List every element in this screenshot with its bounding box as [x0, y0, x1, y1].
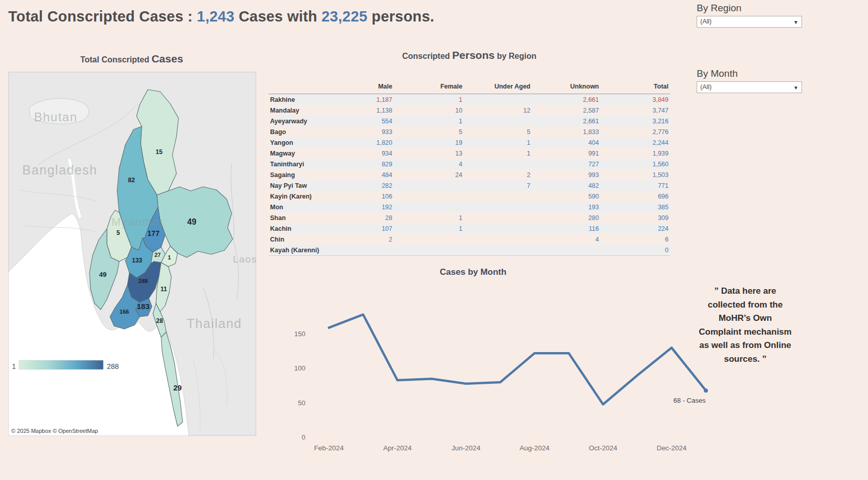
page-title: Total Conscripted Cases : 1,243 Cases wi… — [8, 8, 434, 25]
region-name-cell: Mon — [269, 202, 358, 212]
value-cell: 934 — [358, 148, 394, 159]
x-axis-tick-label: Jun-2024 — [452, 444, 481, 452]
table-row[interactable]: Yangon1,8201914042,244 — [269, 137, 670, 148]
value-cell: 554 — [358, 116, 394, 126]
choropleth-map: BhutanBangladeshLaosThailandMyanmar 1582… — [8, 72, 256, 436]
table-row[interactable]: Magway9341319911,939 — [269, 148, 670, 159]
cases-count: 1,243 — [197, 8, 235, 25]
table-row[interactable]: Kayin (Karen)106590696 — [269, 191, 670, 202]
table-row[interactable]: Nay Pyi Taw2827482771 — [269, 180, 670, 191]
table-row[interactable]: Mandalay1,13810122,5873,747 — [269, 105, 670, 116]
month-filter-dropdown[interactable]: (All) ▼ — [697, 81, 802, 93]
value-cell: 3,747 — [600, 105, 670, 116]
table-row[interactable]: Kachin1071116224 — [269, 223, 670, 234]
table-row[interactable]: Bago933551,8332,776 — [269, 126, 670, 137]
value-cell — [464, 159, 532, 169]
region-value-label: 15 — [155, 148, 163, 156]
legend-gradient-bar — [19, 360, 103, 369]
column-header-unknown[interactable]: Unknown — [532, 81, 600, 94]
table-header-row: Male Female Under Aged Unknown Total — [269, 81, 670, 94]
value-cell: 2 — [464, 169, 532, 180]
y-axis-tick-label: 50 — [298, 399, 305, 407]
value-cell: 1,833 — [532, 126, 600, 137]
value-cell — [464, 234, 532, 245]
cases-by-month-chart: 050100150Feb-2024Apr-2024Jun-2024Aug-202… — [271, 284, 731, 461]
month-filter-value: (All) — [700, 83, 711, 91]
value-cell: 282 — [358, 180, 394, 191]
region-table: Male Female Under Aged Unknown Total Rak… — [269, 81, 670, 256]
table-row[interactable]: Chin246 — [269, 234, 670, 245]
value-cell — [464, 212, 532, 223]
table-row[interactable]: Ayeyarwady55412,6613,216 — [269, 116, 670, 126]
value-cell: 12 — [464, 105, 532, 116]
value-cell: 2,661 — [532, 94, 600, 105]
region-name-cell: Shan — [269, 212, 358, 223]
region-value-label: 11 — [161, 286, 167, 293]
region-name-cell: Kayah (Karenni) — [269, 245, 358, 256]
value-cell: 19 — [394, 137, 464, 148]
region-name-cell: Sagaing — [269, 169, 358, 180]
table-row[interactable]: Kayah (Karenni)0 — [269, 245, 670, 256]
value-cell: 224 — [600, 223, 670, 234]
column-header-female[interactable]: Female — [394, 81, 464, 94]
value-cell: 2,244 — [600, 137, 670, 148]
value-cell: 1 — [394, 212, 464, 223]
value-cell — [464, 116, 532, 126]
table-panel-title: Conscripted Persons by Region — [269, 49, 670, 61]
legend-max: 288 — [107, 362, 119, 370]
region-name-cell: Yangon — [269, 137, 358, 148]
table-row[interactable]: Sagaing4842429931,503 — [269, 169, 670, 180]
region-value-label: 49 — [187, 217, 196, 226]
last-point-marker[interactable] — [704, 388, 708, 392]
y-axis-tick-label: 0 — [302, 433, 305, 441]
value-cell — [394, 245, 464, 256]
region-value-label: 288 — [139, 278, 148, 284]
region-name-cell: Ayeyarwady — [269, 116, 358, 126]
region-name-cell: Tanintharyi — [269, 159, 358, 169]
region-value-label: 27 — [154, 252, 161, 258]
column-header-underaged[interactable]: Under Aged — [464, 81, 532, 94]
by-region-label: By Region — [697, 3, 742, 14]
last-point-annotation: 68 - Cases — [674, 397, 706, 404]
table-row[interactable]: Rakhine1,18712,6613,849 — [269, 94, 670, 105]
column-header-male[interactable]: Male — [358, 81, 394, 94]
value-cell: 1,939 — [600, 148, 670, 159]
value-cell — [532, 245, 600, 256]
value-cell: 3,216 — [600, 116, 670, 126]
value-cell: 5 — [394, 126, 464, 137]
table-row[interactable]: Tanintharyi82947271,560 — [269, 159, 670, 169]
value-cell: 1,187 — [358, 94, 394, 105]
map-attribution[interactable]: © 2025 Mapbox © OpenStreetMap — [9, 426, 102, 435]
value-cell: 1 — [394, 116, 464, 126]
data-source-note: ” Data here are collected from the MoHR’… — [699, 285, 792, 366]
value-cell — [358, 245, 394, 256]
value-cell: 2 — [358, 234, 394, 245]
cases-line-series[interactable] — [329, 315, 706, 405]
column-header-region — [269, 81, 358, 94]
value-cell: 107 — [358, 223, 394, 234]
value-cell — [394, 180, 464, 191]
value-cell: 5 — [464, 126, 532, 137]
value-cell: 10 — [394, 105, 464, 116]
column-header-total[interactable]: Total — [600, 81, 670, 94]
value-cell: 1,820 — [358, 137, 394, 148]
table-row[interactable]: Shan281280309 — [269, 212, 670, 223]
value-cell — [464, 245, 532, 256]
region-name-cell: Mandalay — [269, 105, 358, 116]
map-panel-title: Total Conscripted Cases — [8, 53, 255, 65]
value-cell: 1 — [394, 94, 464, 105]
value-cell: 933 — [358, 126, 394, 137]
x-axis-tick-label: Feb-2024 — [314, 444, 344, 452]
legend-min: 1 — [12, 362, 16, 370]
value-cell — [464, 191, 532, 202]
chevron-down-icon[interactable]: ▼ — [793, 17, 798, 28]
value-cell: 696 — [600, 191, 670, 202]
region-filter-dropdown[interactable]: (All) ▼ — [697, 16, 802, 28]
title-middle: Cases with — [234, 8, 321, 25]
value-cell: 482 — [532, 180, 600, 191]
chevron-down-icon[interactable]: ▼ — [793, 82, 798, 93]
region-name-cell: Magway — [269, 148, 358, 159]
table-row[interactable]: Mon192193385 — [269, 202, 670, 212]
value-cell: 2,587 — [532, 105, 600, 116]
region-name-cell: Kayin (Karen) — [269, 191, 358, 202]
